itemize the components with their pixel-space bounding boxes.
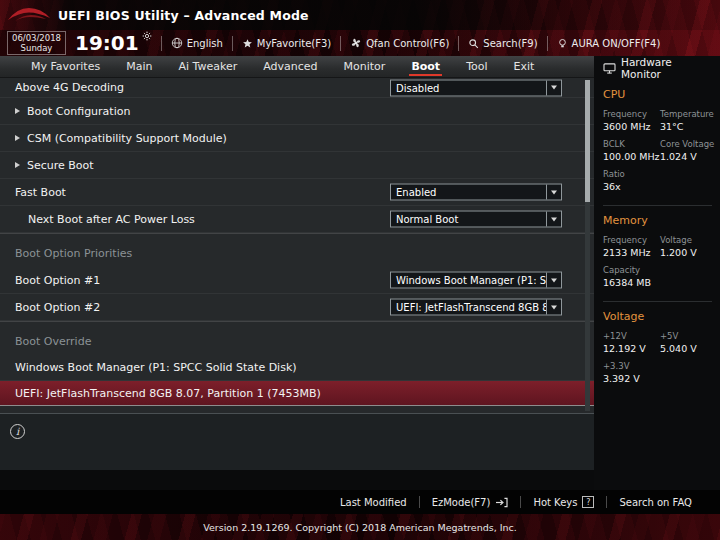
boot-option-2-dropdown[interactable]: UEFI: JetFlashTranscend 8GB 8.0 xyxy=(390,299,562,316)
above-4g-decoding-dropdown[interactable]: Disabled xyxy=(390,79,562,96)
separator xyxy=(232,36,233,51)
qfan-control-button[interactable]: Qfan Control(F6) xyxy=(350,37,449,49)
tab-my-favorites[interactable]: My Favorites xyxy=(18,56,113,77)
setting-label: Above 4G Decoding xyxy=(15,81,124,94)
dropdown-value: Enabled xyxy=(391,187,546,198)
main-panel: My Favorites Main Ai Tweaker Advanced Mo… xyxy=(0,56,594,490)
setting-above-4g-decoding: Above 4G Decoding Disabled xyxy=(0,78,594,98)
ezmode-button[interactable]: EzMode(F7) xyxy=(420,497,521,508)
v5-label: +5V xyxy=(660,331,712,341)
quick-access-bar: 06/03/2018 Sunday 19:01 English MyFavori… xyxy=(0,30,720,56)
arrow-right-icon xyxy=(15,162,20,168)
cpu-frequency-value: 3600 MHz xyxy=(603,121,660,132)
memory-readings: Frequency Voltage 2133 MHz 1.200 V Capac… xyxy=(603,228,712,288)
language-label: English xyxy=(187,38,223,49)
globe-icon xyxy=(171,37,183,49)
tab-boot[interactable]: Boot xyxy=(398,56,453,77)
dropdown-value: UEFI: JetFlashTranscend 8GB 8.0 xyxy=(391,302,546,313)
tab-exit[interactable]: Exit xyxy=(501,56,548,77)
tab-tool[interactable]: Tool xyxy=(453,56,500,77)
aura-button[interactable]: AURA ON/OFF(F4) xyxy=(557,38,661,49)
last-modified-button[interactable]: Last Modified xyxy=(328,497,419,508)
boot-override-windows-item[interactable]: Windows Boot Manager (P1: SPCC Solid Sta… xyxy=(0,355,594,381)
fast-boot-dropdown[interactable]: Enabled xyxy=(390,184,562,201)
tab-main[interactable]: Main xyxy=(113,56,165,77)
myfavorite-button[interactable]: MyFavorite(F3) xyxy=(242,38,331,49)
search-label: Search(F9) xyxy=(483,38,537,49)
scrollbar-thumb[interactable] xyxy=(585,80,590,202)
clock-settings-gear-icon[interactable] xyxy=(142,31,152,41)
setting-boot-option-2: Boot Option #2 UEFI: JetFlashTranscend 8… xyxy=(0,294,594,321)
link-boot-configuration[interactable]: Boot Configuration xyxy=(0,98,594,125)
tab-monitor[interactable]: Monitor xyxy=(331,56,399,77)
hardware-monitor-panel: Hardware Monitor CPU Frequency Temperatu… xyxy=(594,56,720,490)
core-voltage-value: 1.024 V xyxy=(660,151,714,162)
memory-capacity-label: Capacity xyxy=(603,265,660,275)
bclk-value: 100.00 MHz xyxy=(603,151,660,162)
search-on-faq-button[interactable]: Search on FAQ xyxy=(607,497,704,508)
memory-capacity-value: 16384 MB xyxy=(603,277,660,288)
chevron-down-icon xyxy=(546,212,561,227)
v5-value: 5.040 V xyxy=(660,343,712,354)
ratio-value: 36x xyxy=(603,181,660,192)
next-boot-dropdown[interactable]: Normal Boot xyxy=(390,211,562,228)
link-label: Boot Configuration xyxy=(27,105,130,118)
divider xyxy=(603,205,712,206)
v33-value: 3.392 V xyxy=(603,373,660,384)
bottom-action-bar: Last Modified EzMode(F7) Hot Keys ? Sear… xyxy=(0,490,720,514)
v33-label: +3.3V xyxy=(603,361,660,371)
cpu-temperature-label: Temperature xyxy=(660,109,714,119)
settings-list: Above 4G Decoding Disabled Boot Configur… xyxy=(0,78,594,413)
cpu-section-title: CPU xyxy=(603,88,712,101)
time-text: 19:01 xyxy=(75,33,139,53)
day-text: Sunday xyxy=(12,43,61,53)
rog-logo-icon xyxy=(0,5,58,25)
link-label: Secure Boot xyxy=(27,159,94,172)
separator xyxy=(161,36,162,51)
date-display: 06/03/2018 Sunday xyxy=(7,31,66,55)
tab-ai-tweaker[interactable]: Ai Tweaker xyxy=(165,56,250,77)
section-header: Boot Override xyxy=(15,335,91,348)
voltage-readings: +12V +5V 12.192 V 5.040 V +3.3V 3.392 V xyxy=(603,324,712,384)
arrow-right-icon xyxy=(15,135,20,141)
arrow-right-icon xyxy=(15,108,20,114)
help-info-panel: i xyxy=(0,413,594,470)
search-on-faq-label: Search on FAQ xyxy=(619,497,692,508)
titlebar: UEFI BIOS Utility – Advanced Mode xyxy=(0,0,720,30)
separator xyxy=(340,36,341,51)
link-csm[interactable]: CSM (Compatibility Support Module) xyxy=(0,125,594,152)
time-display: 19:01 xyxy=(75,33,152,53)
section-header: Boot Option Priorities xyxy=(15,247,132,260)
v12-value: 12.192 V xyxy=(603,343,660,354)
ratio-label: Ratio xyxy=(603,169,660,179)
cpu-readings: Frequency Temperature 3600 MHz 31°C BCLK… xyxy=(603,102,712,192)
ezmode-arrow-icon xyxy=(495,497,508,508)
bios-screen: UEFI BIOS Utility – Advanced Mode 06/03/… xyxy=(0,0,720,540)
tab-advanced[interactable]: Advanced xyxy=(250,56,330,77)
divider xyxy=(603,301,712,302)
myfavorite-label: MyFavorite(F3) xyxy=(257,38,331,49)
hot-keys-label: Hot Keys xyxy=(533,497,577,508)
dropdown-value: Normal Boot xyxy=(391,214,546,225)
chevron-down-icon xyxy=(546,273,561,288)
question-mark-icon: ? xyxy=(582,496,594,508)
language-button[interactable]: English xyxy=(171,37,223,49)
aura-bulb-icon xyxy=(557,38,568,49)
setting-fast-boot: Fast Boot Enabled xyxy=(0,179,594,206)
search-icon xyxy=(468,38,479,49)
cpu-temperature-value: 31°C xyxy=(660,121,714,132)
memory-voltage-value: 1.200 V xyxy=(660,247,712,258)
setting-label: Boot Option #2 xyxy=(15,301,100,314)
search-button[interactable]: Search(F9) xyxy=(468,38,537,49)
memory-frequency-label: Frequency xyxy=(603,235,660,245)
scrollbar-track[interactable] xyxy=(585,80,590,411)
hot-keys-button[interactable]: Hot Keys ? xyxy=(521,496,606,508)
hardware-monitor-header: Hardware Monitor xyxy=(603,56,712,80)
link-secure-boot[interactable]: Secure Boot xyxy=(0,152,594,179)
boot-option-1-dropdown[interactable]: Windows Boot Manager (P1: SPC xyxy=(390,272,562,289)
info-icon: i xyxy=(10,424,25,439)
boot-override-uefi-item-selected[interactable]: UEFI: JetFlashTranscend 8GB 8.07, Partit… xyxy=(0,381,594,406)
ezmode-label: EzMode(F7) xyxy=(432,497,491,508)
setting-label: Next Boot after AC Power Loss xyxy=(15,213,195,226)
memory-frequency-value: 2133 MHz xyxy=(603,247,660,258)
